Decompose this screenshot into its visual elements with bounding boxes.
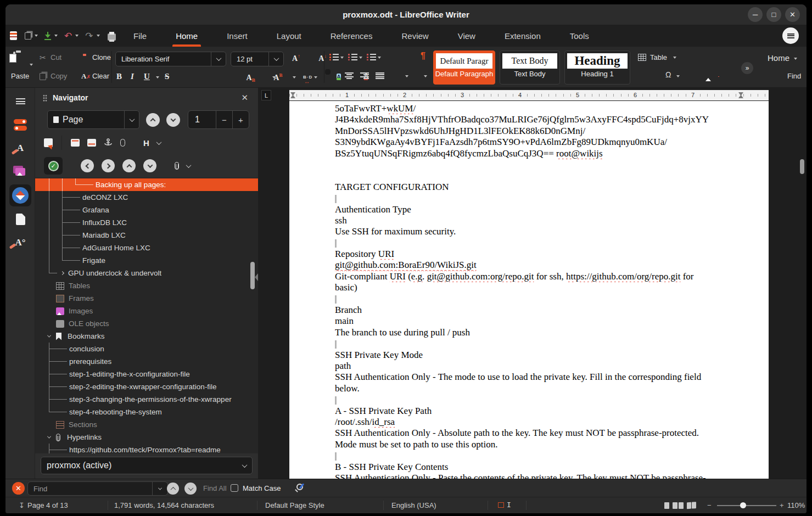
toolbar-context-menu[interactable]: Home bbox=[768, 53, 789, 63]
cut-button[interactable]: Cut bbox=[51, 53, 61, 61]
find-close-button[interactable]: ✕ bbox=[12, 482, 25, 495]
sidebar-page-button[interactable] bbox=[9, 208, 31, 230]
page-style-status[interactable]: Default Page Style bbox=[265, 501, 324, 509]
expand-chevron-icon[interactable] bbox=[43, 436, 55, 439]
save-icon[interactable] bbox=[44, 32, 51, 40]
find-input[interactable] bbox=[28, 485, 152, 493]
close-button[interactable]: ✕ bbox=[785, 7, 800, 22]
chevron-down-icon[interactable] bbox=[54, 35, 58, 37]
document-switcher-combobox[interactable]: proxmox (active) bbox=[41, 457, 253, 474]
navigator-tree-item[interactable]: deCONZ LXC bbox=[35, 191, 258, 204]
drag-handle-icon[interactable] bbox=[43, 94, 47, 102]
match-case-checkbox[interactable] bbox=[231, 484, 238, 492]
zoom-slider-handle[interactable] bbox=[740, 502, 746, 508]
forward-button[interactable] bbox=[102, 159, 115, 172]
up-button[interactable] bbox=[122, 159, 136, 172]
copy-document-icon[interactable] bbox=[25, 32, 31, 40]
find-next-button[interactable] bbox=[184, 483, 197, 495]
navigate-by-combobox[interactable]: Page bbox=[47, 110, 139, 129]
page-number-value[interactable]: 1 bbox=[188, 111, 216, 128]
tab-review[interactable]: Review bbox=[396, 25, 434, 47]
content-navigation-view-icon[interactable] bbox=[44, 138, 53, 147]
page-count-status[interactable]: Page 4 of 13 bbox=[27, 501, 68, 509]
clear-formatting-button[interactable]: Clear bbox=[92, 72, 109, 80]
drag-mode-dropdown-icon[interactable] bbox=[186, 162, 192, 168]
paste-dropdown-icon[interactable] bbox=[30, 64, 33, 66]
anchor-icon[interactable] bbox=[104, 138, 113, 147]
numbered-list-dropdown-icon[interactable] bbox=[359, 57, 362, 59]
navigator-tree-item[interactable]: step-3-changing-the-permissions-of-the-x… bbox=[35, 393, 258, 406]
italic-button[interactable]: I bbox=[131, 72, 134, 81]
page-number-decrement[interactable]: − bbox=[216, 111, 232, 128]
find-all-button[interactable]: Find All bbox=[203, 484, 227, 492]
sidebar-settings-button[interactable] bbox=[9, 90, 31, 112]
align-justify-button[interactable] bbox=[376, 72, 384, 79]
underline-dropdown-icon[interactable] bbox=[156, 76, 159, 78]
align-right-button[interactable] bbox=[360, 72, 369, 79]
redo-icon[interactable]: ↷ bbox=[85, 31, 93, 41]
paragraph-background-dropdown-icon[interactable] bbox=[424, 75, 427, 77]
single-page-view-button[interactable] bbox=[664, 502, 669, 509]
font-name-dropdown[interactable] bbox=[211, 52, 226, 66]
find-and-replace-icon[interactable] bbox=[296, 484, 303, 490]
navigator-tree-item[interactable]: Backing up all pages: bbox=[35, 178, 258, 191]
paste-icon[interactable] bbox=[13, 52, 15, 62]
increase-font-size-button[interactable]: A↑ bbox=[292, 54, 300, 63]
maximize-button[interactable]: □ bbox=[766, 7, 781, 22]
tab-home[interactable]: Home bbox=[170, 25, 203, 47]
special-character-button[interactable]: Ω bbox=[665, 70, 671, 79]
highlight-color-dropdown-icon[interactable] bbox=[293, 76, 296, 78]
navigator-tree-item[interactable]: Frames bbox=[35, 292, 258, 305]
heading-levels-dropdown-icon[interactable] bbox=[156, 139, 161, 145]
navigator-tree-item[interactable]: step-4-rebooting-the-system bbox=[35, 406, 258, 418]
down-button[interactable] bbox=[143, 159, 156, 172]
navigator-tree-item[interactable]: Hyperlinks bbox=[35, 431, 258, 444]
style-heading-1[interactable]: Heading Heading 1 bbox=[564, 51, 630, 85]
font-color-dropdown-icon[interactable] bbox=[314, 76, 317, 78]
highlight-color-button[interactable]: A bbox=[337, 74, 341, 80]
navigator-tree-item[interactable]: Bookmarks bbox=[35, 330, 258, 343]
navigator-tree-item[interactable]: Frigate bbox=[35, 254, 258, 267]
zoom-percent-status[interactable]: 110% bbox=[787, 501, 805, 509]
sidebar-styles-button[interactable]: A bbox=[9, 137, 31, 159]
navigator-scrollbar[interactable] bbox=[250, 262, 255, 289]
zoom-slider-track[interactable] bbox=[717, 505, 776, 506]
find-toolbar-button[interactable]: Find bbox=[787, 72, 801, 80]
decrease-font-size-button[interactable]: A↓ bbox=[318, 54, 327, 63]
tab-references[interactable]: References bbox=[325, 25, 378, 47]
numbered-list-button[interactable] bbox=[348, 54, 357, 60]
heading-levels-button[interactable]: H bbox=[143, 138, 149, 148]
toolbar-context-dropdown-icon[interactable] bbox=[794, 58, 797, 60]
special-character-dropdown-icon[interactable] bbox=[676, 75, 680, 77]
tab-view[interactable]: View bbox=[452, 25, 481, 47]
tab-stop-selector[interactable]: L bbox=[261, 90, 271, 100]
navigator-tree-item[interactable]: step-1-editing-the-x-configuration-file bbox=[35, 368, 258, 380]
navigator-tree-item[interactable]: InfluxDB LXC bbox=[35, 216, 258, 229]
language-status[interactable]: English (USA) bbox=[391, 501, 436, 509]
expand-chevron-icon[interactable] bbox=[56, 272, 68, 274]
line-spacing-dropdown-icon[interactable] bbox=[405, 75, 408, 77]
font-size-dropdown[interactable] bbox=[268, 52, 283, 66]
multi-page-view-button[interactable] bbox=[673, 502, 677, 509]
find-history-dropdown[interactable] bbox=[152, 482, 167, 495]
navigator-tree-item[interactable]: conclusion bbox=[35, 343, 258, 355]
style-text-body[interactable]: Text Body Text Body bbox=[500, 51, 560, 85]
sidebar-properties-button[interactable] bbox=[9, 114, 31, 136]
tab-tools[interactable]: Tools bbox=[564, 25, 595, 47]
bold-button[interactable]: B bbox=[116, 72, 122, 81]
font-name-combobox[interactable]: Liberation Serif bbox=[115, 52, 226, 66]
navigator-tree-item[interactable]: OLE objects bbox=[35, 317, 258, 330]
table-dropdown-icon[interactable] bbox=[673, 57, 676, 59]
header-icon[interactable] bbox=[71, 139, 80, 147]
undo-icon[interactable]: ↶ bbox=[64, 31, 72, 41]
back-button[interactable] bbox=[81, 159, 94, 172]
tab-extension[interactable]: Extension bbox=[499, 25, 546, 47]
paste-button[interactable]: Paste bbox=[11, 72, 29, 80]
outline-list-dropdown-icon[interactable] bbox=[378, 57, 381, 59]
underline-button[interactable]: U bbox=[144, 72, 150, 81]
navigator-tree-item[interactable]: AdGuard Home LXC bbox=[35, 242, 258, 254]
chevron-down-icon[interactable] bbox=[35, 35, 38, 37]
footer-icon[interactable] bbox=[87, 139, 96, 147]
sidebar-navigator-button[interactable] bbox=[9, 184, 31, 206]
navigation-toggle-button[interactable]: ✓ bbox=[44, 157, 63, 175]
